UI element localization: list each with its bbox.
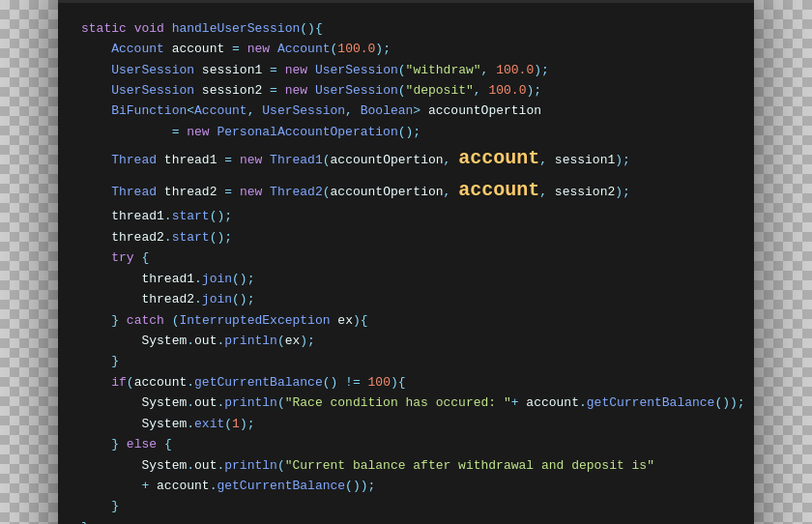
code-line-22: + account.getCurrentBalance());	[81, 476, 731, 496]
code-line-14: } catch (InterruptedException ex){	[81, 310, 731, 331]
code-line-3: UserSession session1 = new UserSession("…	[81, 60, 731, 80]
code-line-12: thread1.join();	[81, 269, 731, 289]
code-line-18: System.out.println("Race condition has o…	[81, 393, 731, 413]
code-line-19: System.exit(1);	[81, 414, 731, 434]
code-line-20: } else {	[81, 434, 731, 454]
code-line-2: Account account = new Account(100.0);	[81, 39, 731, 59]
code-line-5: BiFunction<Account, UserSession, Boolean…	[81, 101, 731, 121]
code-line-4: UserSession session2 = new UserSession("…	[81, 80, 731, 101]
code-line-15: System.out.println(ex);	[81, 331, 731, 351]
code-line-13: thread2.join();	[81, 289, 731, 309]
code-line-10: thread2.start();	[81, 227, 731, 247]
code-line-17: if(account.getCurrentBalance() != 100){	[81, 372, 731, 393]
code-line-21: System.out.println("Current balance afte…	[81, 455, 731, 476]
code-line-9: thread1.start();	[81, 206, 731, 226]
code-line-7: Thread thread1 = new Thread1(accountOper…	[81, 142, 731, 174]
code-line-1: static void handleUserSession(){	[81, 18, 731, 39]
code-line-11: try {	[81, 247, 731, 268]
code-line-6: = new PersonalAccountOperation();	[81, 122, 731, 142]
code-line-23: }	[81, 496, 731, 516]
code-area: static void handleUserSession(){ Account…	[58, 3, 754, 524]
code-window: static void handleUserSession(){ Account…	[58, 0, 754, 524]
code-line-24: }	[81, 517, 731, 524]
code-line-16: }	[81, 351, 731, 371]
code-line-8: Thread thread2 = new Thread2(accountOper…	[81, 174, 731, 206]
